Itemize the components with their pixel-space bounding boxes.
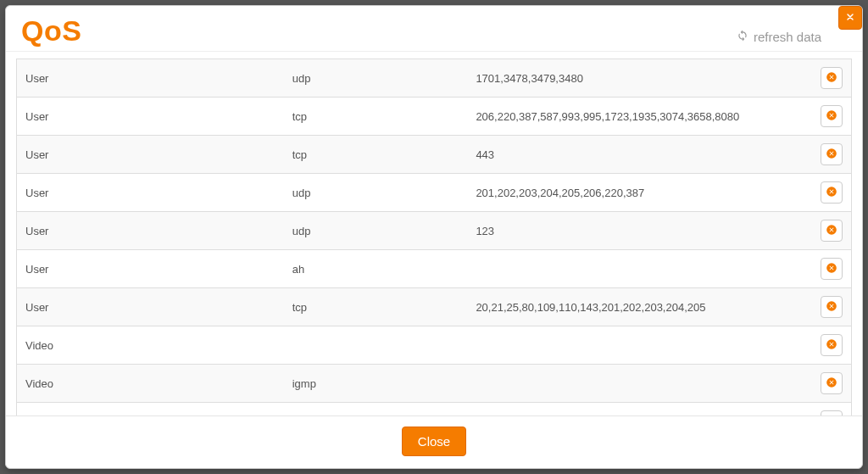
rule-category: User — [17, 212, 284, 250]
close-button-label: Close — [418, 434, 450, 449]
rule-protocol: udp — [284, 212, 468, 250]
rule-category: User — [17, 98, 284, 136]
delete-rule-button[interactable] — [821, 67, 843, 89]
modal-footer: Close — [6, 415, 862, 468]
rule-protocol: igmp — [284, 365, 468, 403]
table-row: Videotcp554 — [17, 403, 852, 416]
rule-category: User — [17, 250, 284, 288]
rule-actions — [812, 136, 852, 174]
modal-header: QoS refresh data — [6, 6, 862, 51]
delete-icon — [826, 186, 837, 200]
rule-actions — [812, 250, 852, 288]
delete-icon — [826, 300, 837, 315]
close-button[interactable]: Close — [402, 427, 466, 456]
delete-rule-button[interactable] — [821, 258, 843, 280]
rule-ports — [467, 365, 812, 403]
rule-protocol: udp — [284, 59, 468, 98]
rule-ports — [467, 250, 812, 288]
delete-icon — [826, 376, 837, 391]
table-row: Usertcp443 — [17, 136, 852, 174]
rule-category: Video — [17, 365, 284, 403]
refresh-label: refresh data — [754, 30, 821, 44]
rule-ports: 123 — [467, 212, 812, 250]
table-row: Video — [17, 326, 852, 365]
delete-rule-button[interactable] — [821, 372, 843, 394]
rule-protocol: tcp — [284, 403, 468, 416]
rule-actions — [812, 365, 852, 403]
refresh-data-button[interactable]: refresh data — [737, 30, 821, 44]
table-row: Usertcp20,21,25,80,109,110,143,201,202,2… — [17, 288, 852, 326]
delete-icon — [826, 148, 837, 162]
rule-protocol — [284, 326, 468, 365]
rule-ports — [467, 326, 812, 365]
rule-actions — [812, 403, 852, 416]
rule-ports: 443 — [467, 136, 812, 174]
rule-protocol: tcp — [284, 98, 468, 136]
qos-modal: QoS refresh data Userudp1701,3478,3479,3… — [5, 5, 863, 469]
rule-ports: 201,202,203,204,205,206,220,387 — [467, 174, 812, 212]
rule-actions — [812, 326, 852, 365]
delete-rule-button[interactable] — [821, 181, 843, 204]
delete-icon — [826, 224, 837, 238]
delete-icon — [826, 262, 837, 276]
rule-actions — [812, 59, 852, 98]
delete-rule-button[interactable] — [821, 220, 843, 242]
delete-icon — [826, 338, 837, 353]
modal-body[interactable]: Userudp1701,3478,3479,3480Usertcp206,220… — [6, 51, 862, 415]
rule-protocol: ah — [284, 250, 468, 288]
rule-actions — [812, 98, 852, 136]
rule-ports: 206,220,387,587,993,995,1723,1935,3074,3… — [467, 98, 812, 136]
table-row: Userah — [17, 250, 852, 288]
refresh-icon — [737, 30, 748, 44]
delete-icon — [826, 71, 837, 86]
rule-category: Video — [17, 403, 284, 416]
table-row: Usertcp206,220,387,587,993,995,1723,1935… — [17, 98, 852, 136]
close-icon — [845, 11, 855, 25]
rule-category: Video — [17, 326, 284, 365]
rule-actions — [812, 288, 852, 326]
delete-rule-button[interactable] — [821, 105, 843, 127]
rule-protocol: tcp — [284, 136, 468, 174]
table-row: Userudp201,202,203,204,205,206,220,387 — [17, 174, 852, 212]
rule-category: User — [17, 174, 284, 212]
table-row: Userudp1701,3478,3479,3480 — [17, 59, 852, 98]
rule-ports: 1701,3478,3479,3480 — [467, 59, 812, 98]
delete-rule-button[interactable] — [821, 143, 843, 165]
modal-title: QoS — [21, 14, 847, 47]
rule-category: User — [17, 288, 284, 326]
rule-actions — [812, 174, 852, 212]
table-row: Userudp123 — [17, 212, 852, 250]
rule-actions — [812, 212, 852, 250]
rules-table: Userudp1701,3478,3479,3480Usertcp206,220… — [16, 59, 852, 415]
delete-rule-button[interactable] — [821, 334, 843, 356]
rule-category: User — [17, 59, 284, 98]
modal-close-x-button[interactable] — [838, 6, 862, 30]
delete-icon — [826, 109, 837, 124]
rule-ports: 20,21,25,80,109,110,143,201,202,203,204,… — [467, 288, 812, 326]
rule-protocol: tcp — [284, 288, 468, 326]
rule-protocol: udp — [284, 174, 468, 212]
table-row: Videoigmp — [17, 365, 852, 403]
rule-category: User — [17, 136, 284, 174]
rule-ports: 554 — [467, 403, 812, 416]
delete-rule-button[interactable] — [821, 296, 843, 318]
